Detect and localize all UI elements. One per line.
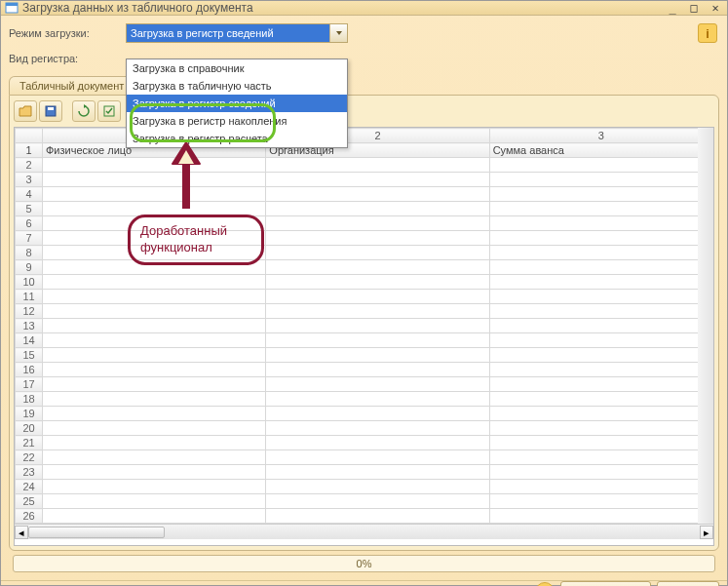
row-number[interactable]: 9 bbox=[16, 260, 43, 275]
row-number[interactable]: 14 bbox=[16, 333, 43, 348]
row-number[interactable]: 20 bbox=[16, 421, 43, 436]
cell[interactable] bbox=[489, 436, 712, 450]
cell[interactable] bbox=[43, 231, 266, 246]
cell[interactable] bbox=[266, 216, 489, 231]
cell[interactable] bbox=[266, 260, 489, 275]
cell[interactable] bbox=[266, 494, 489, 509]
scroll-thumb[interactable] bbox=[28, 527, 165, 538]
close-button[interactable]: Закрыть bbox=[657, 581, 719, 586]
cell[interactable] bbox=[43, 450, 266, 465]
cell[interactable] bbox=[266, 333, 489, 348]
horizontal-scrollbar[interactable]: ◂ ▸ bbox=[15, 524, 713, 539]
cell[interactable] bbox=[489, 377, 712, 392]
cell[interactable] bbox=[489, 158, 712, 173]
row-number[interactable]: 11 bbox=[16, 290, 43, 304]
cell[interactable] bbox=[43, 377, 266, 392]
cell[interactable] bbox=[43, 275, 266, 290]
load-button[interactable]: Загрузить bbox=[560, 581, 651, 586]
row-number[interactable]: 23 bbox=[16, 465, 43, 480]
cell[interactable] bbox=[266, 304, 489, 319]
cell[interactable] bbox=[489, 333, 712, 348]
cell[interactable] bbox=[43, 421, 266, 436]
cell[interactable] bbox=[489, 260, 712, 275]
cell[interactable] bbox=[489, 480, 712, 494]
cell[interactable] bbox=[266, 187, 489, 202]
cell[interactable] bbox=[266, 392, 489, 407]
cell[interactable] bbox=[266, 509, 489, 524]
cell[interactable] bbox=[266, 363, 489, 377]
cell[interactable] bbox=[489, 319, 712, 333]
open-file-button[interactable] bbox=[14, 100, 37, 122]
cell[interactable] bbox=[489, 348, 712, 363]
cell[interactable] bbox=[43, 158, 266, 173]
scroll-left-icon[interactable]: ◂ bbox=[15, 526, 28, 539]
cell[interactable] bbox=[489, 231, 712, 246]
row-number[interactable]: 7 bbox=[16, 231, 43, 246]
cell[interactable] bbox=[43, 333, 266, 348]
cell[interactable] bbox=[43, 509, 266, 524]
cell[interactable] bbox=[266, 480, 489, 494]
dropdown-item[interactable]: Загрузка в регистр сведений bbox=[127, 95, 347, 112]
row-number[interactable]: 13 bbox=[16, 319, 43, 333]
cell[interactable] bbox=[43, 173, 266, 187]
row-number[interactable]: 1 bbox=[16, 143, 43, 158]
cell[interactable] bbox=[489, 465, 712, 480]
cell[interactable] bbox=[43, 494, 266, 509]
cell[interactable] bbox=[43, 465, 266, 480]
row-number[interactable]: 21 bbox=[16, 436, 43, 450]
maximize-button[interactable]: □ bbox=[686, 1, 702, 15]
row-number[interactable]: 2 bbox=[16, 158, 43, 173]
col-header[interactable]: 3 bbox=[489, 129, 712, 143]
chevron-down-icon[interactable] bbox=[329, 24, 347, 42]
row-number[interactable]: 19 bbox=[16, 407, 43, 421]
cell[interactable] bbox=[489, 363, 712, 377]
minimize-button[interactable]: _ bbox=[665, 1, 680, 15]
cell[interactable] bbox=[266, 407, 489, 421]
row-number[interactable]: 18 bbox=[16, 392, 43, 407]
cell[interactable] bbox=[266, 465, 489, 480]
cell[interactable] bbox=[266, 158, 489, 173]
cell[interactable] bbox=[489, 509, 712, 524]
tab-table-document[interactable]: Табличный документ bbox=[9, 76, 134, 95]
scroll-right-icon[interactable]: ▸ bbox=[700, 526, 713, 539]
row-number[interactable]: 24 bbox=[16, 480, 43, 494]
cell[interactable] bbox=[43, 202, 266, 216]
cell[interactable] bbox=[489, 173, 712, 187]
cell[interactable] bbox=[489, 304, 712, 319]
row-number[interactable]: 4 bbox=[16, 187, 43, 202]
cell[interactable] bbox=[266, 202, 489, 216]
cell[interactable] bbox=[266, 377, 489, 392]
row-number[interactable]: 3 bbox=[16, 173, 43, 187]
cell[interactable] bbox=[43, 363, 266, 377]
sub-header[interactable]: Сумма аванса bbox=[489, 143, 712, 158]
cell[interactable] bbox=[266, 231, 489, 246]
row-number[interactable]: 26 bbox=[16, 509, 43, 524]
vertical-scrollbar[interactable] bbox=[698, 128, 713, 529]
save-button[interactable] bbox=[39, 100, 62, 122]
cell[interactable] bbox=[489, 216, 712, 231]
fill-control-button[interactable] bbox=[97, 100, 121, 122]
cell[interactable] bbox=[266, 450, 489, 465]
cell[interactable] bbox=[266, 348, 489, 363]
cell[interactable] bbox=[489, 290, 712, 304]
row-number[interactable]: 17 bbox=[16, 377, 43, 392]
cell[interactable] bbox=[489, 275, 712, 290]
cell[interactable] bbox=[266, 436, 489, 450]
cell[interactable] bbox=[266, 319, 489, 333]
spreadsheet-grid[interactable]: 1231Физическое лицоОрганизацияСумма аван… bbox=[14, 127, 714, 546]
mode-combobox[interactable]: Загрузка в регистр сведений bbox=[126, 23, 348, 43]
row-number[interactable]: 8 bbox=[16, 246, 43, 260]
row-number[interactable]: 10 bbox=[16, 275, 43, 290]
row-number[interactable]: 16 bbox=[16, 363, 43, 377]
cell[interactable] bbox=[43, 392, 266, 407]
row-number[interactable]: 15 bbox=[16, 348, 43, 363]
cell[interactable] bbox=[43, 246, 266, 260]
dropdown-item[interactable]: Загрузка в регистр расчета bbox=[127, 130, 347, 147]
row-number[interactable]: 25 bbox=[16, 494, 43, 509]
cell[interactable] bbox=[266, 275, 489, 290]
cell[interactable] bbox=[43, 187, 266, 202]
cell[interactable] bbox=[43, 290, 266, 304]
row-number[interactable]: 5 bbox=[16, 202, 43, 216]
dropdown-item[interactable]: Загрузка в справочник bbox=[127, 59, 347, 77]
help-icon[interactable]: i bbox=[698, 23, 717, 43]
